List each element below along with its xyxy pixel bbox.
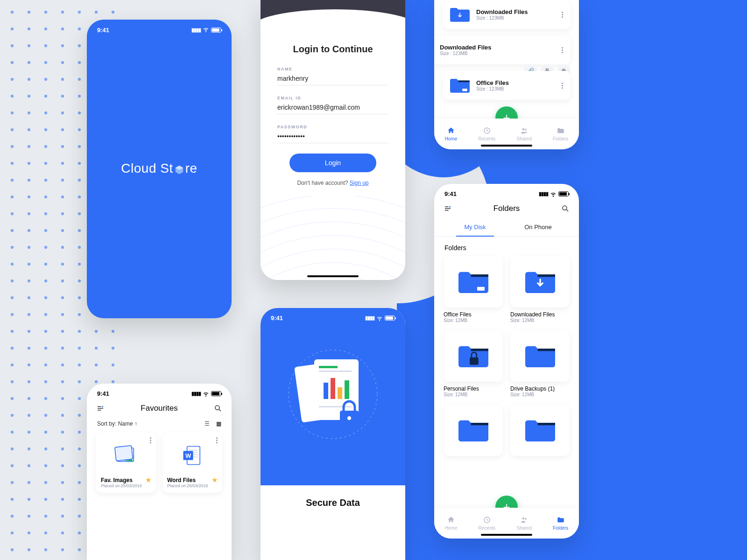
status-time: 9:41 — [97, 27, 109, 34]
svg-rect-25 — [331, 378, 335, 399]
svg-rect-27 — [345, 380, 349, 399]
wifi-icon — [203, 26, 209, 34]
nav-home[interactable]: Home — [445, 126, 458, 141]
list-view-icon[interactable]: ☰ — [204, 420, 210, 427]
sort-label[interactable]: Sort by: Name ↑ — [97, 420, 137, 427]
nav-recents[interactable]: Recents — [479, 126, 496, 141]
folder-icon — [450, 77, 470, 94]
home-indicator — [307, 275, 359, 277]
menu-icon[interactable] — [444, 204, 452, 213]
folder-icon — [525, 418, 555, 443]
menu-icon[interactable] — [96, 404, 105, 413]
nav-folders[interactable]: Folders — [553, 516, 568, 531]
search-icon[interactable] — [561, 204, 570, 213]
splash-screen: 9:41 ▮▮▮▮ Cloud St re — [87, 20, 232, 318]
svg-point-10 — [525, 518, 527, 520]
nav-folders[interactable]: Folders — [553, 126, 568, 141]
folder-icon — [525, 343, 555, 369]
svg-point-9 — [522, 518, 524, 520]
nav-shared[interactable]: Shared — [517, 126, 532, 141]
section-heading: Folders — [434, 237, 579, 256]
login-title: Login to Continue — [277, 44, 388, 55]
page-title: Favourites — [141, 404, 177, 413]
image-icon — [101, 437, 151, 474]
file-row[interactable]: Downloaded FilesSize : 123MB — [443, 0, 571, 29]
file-row[interactable]: Office FilesSize : 123MB — [443, 71, 571, 100]
app-logo: Cloud St re — [87, 37, 232, 300]
folder-icon — [458, 269, 488, 294]
svg-rect-23 — [319, 371, 352, 372]
tab-onphone[interactable]: On Phone — [507, 219, 570, 236]
folder-item[interactable]: Drive Backups (1)Size: 12MB — [510, 330, 570, 397]
favourite-item[interactable]: Fav. Images★ Placed on:25/03/2019 — [96, 433, 156, 493]
email-field[interactable] — [277, 104, 388, 114]
more-icon[interactable] — [150, 437, 151, 443]
file-row-swiped[interactable]: Downloaded FilesSize : 123MB — [434, 35, 571, 64]
signup-link[interactable]: Sign up — [350, 180, 369, 186]
more-icon[interactable] — [216, 437, 218, 443]
nav-home[interactable]: Home — [445, 516, 458, 531]
password-label: PASSWORD — [277, 125, 388, 129]
battery-icon — [211, 28, 221, 33]
tab-mydisk[interactable]: My Disk — [444, 219, 507, 236]
svg-rect-7 — [470, 357, 479, 365]
cube-icon — [174, 163, 184, 174]
page-title: Folders — [493, 204, 520, 213]
status-bar: 9:41 ▮▮▮▮ — [261, 308, 405, 324]
favourites-screen: 9:41 ▮▮▮▮ Favourites Sort by: Name ↑ ☰ ▦… — [87, 384, 232, 560]
star-icon: ★ — [146, 476, 151, 483]
svg-rect-15 — [115, 446, 133, 461]
favourite-item[interactable]: W Word Files★ Placed on:25/03/2019 — [162, 433, 222, 493]
onboarding-screen: 9:41 ▮▮▮▮ Secure Data — [261, 308, 405, 560]
svg-point-11 — [102, 406, 103, 407]
status-bar: 9:41 ▮▮▮▮ — [434, 184, 579, 200]
home-screen: Downloaded FilesSize : 123MB Downloaded … — [434, 0, 579, 149]
svg-point-2 — [522, 128, 524, 131]
svg-rect-0 — [462, 89, 467, 91]
svg-point-5 — [563, 206, 567, 210]
svg-rect-6 — [477, 287, 485, 291]
password-field[interactable] — [277, 133, 388, 143]
folder-item[interactable]: Personal FilesSize: 12MB — [444, 330, 503, 397]
svg-rect-22 — [319, 366, 338, 368]
status-bar: 9:41 ▮▮▮▮ — [87, 20, 232, 37]
svg-point-3 — [525, 129, 527, 131]
secure-illustration — [284, 345, 382, 443]
folder-icon — [458, 343, 488, 369]
svg-rect-26 — [338, 387, 342, 399]
folder-item[interactable] — [510, 405, 570, 460]
name-field[interactable] — [277, 75, 388, 85]
more-icon[interactable] — [562, 83, 563, 89]
folder-icon — [458, 418, 488, 443]
star-icon: ★ — [212, 476, 218, 483]
folder-item[interactable]: Office FilesSize: 12MB — [444, 256, 503, 323]
search-icon[interactable] — [214, 404, 222, 413]
svg-point-12 — [215, 406, 219, 410]
login-button[interactable]: Login — [289, 154, 376, 172]
onboarding-title: Secure Data — [261, 497, 405, 508]
svg-text:W: W — [185, 452, 191, 459]
login-screen: Login to Continue NAME EMAIL ID PASSWORD… — [261, 0, 405, 280]
download-folder-icon — [450, 6, 470, 23]
svg-rect-24 — [324, 383, 328, 399]
folder-item[interactable]: Downloaded FilesSize: 12MB — [510, 256, 570, 323]
folder-icon — [525, 269, 555, 294]
home-indicator — [481, 534, 532, 536]
more-icon[interactable] — [562, 12, 563, 18]
email-label: EMAIL ID — [277, 96, 388, 100]
svg-point-30 — [347, 416, 351, 420]
more-icon[interactable] — [562, 47, 563, 53]
folder-item[interactable] — [444, 405, 503, 460]
status-bar: 9:41 ▮▮▮▮ — [87, 384, 232, 400]
svg-point-4 — [449, 206, 451, 208]
home-indicator — [481, 145, 532, 147]
name-label: NAME — [277, 67, 388, 71]
nav-shared[interactable]: Shared — [517, 516, 532, 531]
nav-recents[interactable]: Recents — [479, 516, 496, 531]
svg-rect-28 — [319, 406, 352, 407]
signal-icon: ▮▮▮▮ — [191, 27, 201, 33]
grid-view-icon[interactable]: ▦ — [216, 420, 221, 427]
folders-screen: 9:41 ▮▮▮▮ Folders My Disk On Phone Folde… — [434, 184, 579, 539]
word-icon: W — [167, 437, 218, 474]
